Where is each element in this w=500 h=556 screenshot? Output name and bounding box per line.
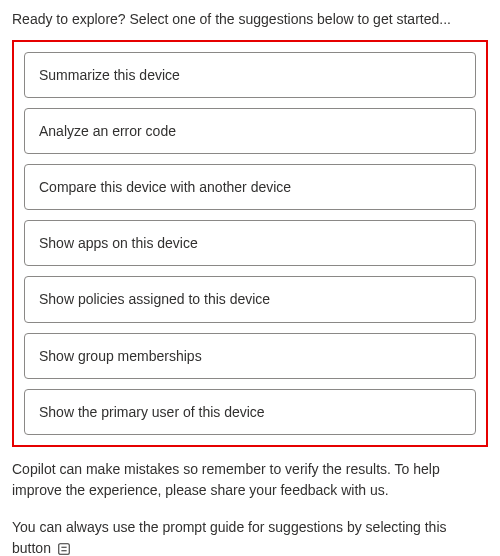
prompt-guide-icon (57, 542, 71, 556)
suggestion-summarize-device[interactable]: Summarize this device (24, 52, 476, 98)
intro-text: Ready to explore? Select one of the sugg… (12, 10, 488, 30)
suggestions-container: Summarize this device Analyze an error c… (12, 40, 488, 447)
prompt-guide-text: You can always use the prompt guide for … (12, 517, 488, 556)
prompt-guide-label: You can always use the prompt guide for … (12, 519, 447, 556)
disclaimer-text: Copilot can make mistakes so remember to… (12, 459, 488, 501)
suggestion-show-groups[interactable]: Show group memberships (24, 333, 476, 379)
suggestion-show-policies[interactable]: Show policies assigned to this device (24, 276, 476, 322)
suggestion-compare-device[interactable]: Compare this device with another device (24, 164, 476, 210)
suggestion-analyze-error[interactable]: Analyze an error code (24, 108, 476, 154)
suggestion-show-apps[interactable]: Show apps on this device (24, 220, 476, 266)
svg-rect-0 (59, 544, 70, 555)
suggestion-show-primary-user[interactable]: Show the primary user of this device (24, 389, 476, 435)
